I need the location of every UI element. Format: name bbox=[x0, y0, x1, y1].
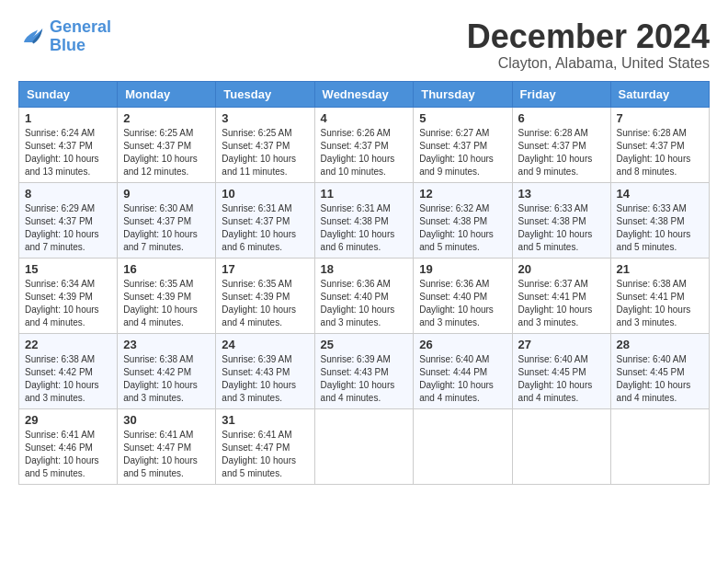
day-number: 29 bbox=[25, 413, 111, 427]
calendar-day-cell: 1 Sunrise: 6:24 AMSunset: 4:37 PMDayligh… bbox=[19, 107, 118, 182]
calendar-day-cell: 26 Sunrise: 6:40 AMSunset: 4:44 PMDaylig… bbox=[414, 333, 512, 408]
calendar-day-cell: 16 Sunrise: 6:35 AMSunset: 4:39 PMDaylig… bbox=[118, 258, 216, 333]
title-area: December 2024 Clayton, Alabama, United S… bbox=[467, 18, 710, 72]
calendar-week-row: 29 Sunrise: 6:41 AMSunset: 4:46 PMDaylig… bbox=[19, 408, 710, 484]
calendar-day-cell: 29 Sunrise: 6:41 AMSunset: 4:46 PMDaylig… bbox=[19, 408, 118, 484]
day-number: 24 bbox=[222, 338, 308, 351]
calendar-day-cell: 27 Sunrise: 6:40 AMSunset: 4:45 PMDaylig… bbox=[512, 333, 610, 408]
calendar-day-cell: 20 Sunrise: 6:37 AMSunset: 4:41 PMDaylig… bbox=[512, 258, 610, 333]
calendar-table: SundayMondayTuesdayWednesdayThursdayFrid… bbox=[18, 81, 710, 485]
calendar-day-cell: 9 Sunrise: 6:30 AMSunset: 4:37 PMDayligh… bbox=[118, 182, 216, 258]
calendar-day-cell bbox=[610, 408, 709, 484]
day-number: 16 bbox=[123, 262, 210, 276]
calendar-week-row: 8 Sunrise: 6:29 AMSunset: 4:37 PMDayligh… bbox=[19, 182, 710, 258]
day-info: Sunrise: 6:38 AMSunset: 4:42 PMDaylight:… bbox=[25, 353, 111, 405]
calendar-day-cell: 2 Sunrise: 6:25 AMSunset: 4:37 PMDayligh… bbox=[118, 107, 216, 182]
day-info: Sunrise: 6:39 AMSunset: 4:43 PMDaylight:… bbox=[321, 353, 408, 405]
day-number: 15 bbox=[25, 262, 111, 276]
calendar-week-row: 15 Sunrise: 6:34 AMSunset: 4:39 PMDaylig… bbox=[19, 258, 710, 333]
weekday-header: Saturday bbox=[610, 81, 709, 107]
day-number: 12 bbox=[419, 187, 506, 201]
calendar-day-cell: 8 Sunrise: 6:29 AMSunset: 4:37 PMDayligh… bbox=[19, 182, 118, 258]
day-number: 14 bbox=[617, 187, 703, 201]
logo: General Blue bbox=[18, 18, 111, 55]
calendar-day-cell: 28 Sunrise: 6:40 AMSunset: 4:45 PMDaylig… bbox=[610, 333, 709, 408]
day-number: 18 bbox=[321, 262, 408, 276]
day-info: Sunrise: 6:25 AMSunset: 4:37 PMDaylight:… bbox=[222, 127, 308, 178]
day-info: Sunrise: 6:29 AMSunset: 4:37 PMDaylight:… bbox=[25, 202, 111, 254]
day-number: 10 bbox=[222, 187, 308, 201]
calendar-week-row: 1 Sunrise: 6:24 AMSunset: 4:37 PMDayligh… bbox=[19, 107, 710, 182]
month-title: December 2024 bbox=[467, 18, 710, 55]
day-info: Sunrise: 6:28 AMSunset: 4:37 PMDaylight:… bbox=[518, 127, 605, 178]
day-number: 3 bbox=[222, 111, 308, 125]
day-number: 9 bbox=[123, 187, 210, 201]
day-info: Sunrise: 6:35 AMSunset: 4:39 PMDaylight:… bbox=[123, 278, 210, 329]
weekday-header: Tuesday bbox=[216, 81, 314, 107]
calendar-day-cell bbox=[512, 408, 610, 484]
calendar-day-cell: 13 Sunrise: 6:33 AMSunset: 4:38 PMDaylig… bbox=[512, 182, 610, 258]
day-info: Sunrise: 6:41 AMSunset: 4:47 PMDaylight:… bbox=[222, 429, 308, 480]
page-header: General Blue December 2024 Clayton, Alab… bbox=[18, 18, 710, 72]
calendar-day-cell: 7 Sunrise: 6:28 AMSunset: 4:37 PMDayligh… bbox=[610, 107, 709, 182]
day-number: 1 bbox=[25, 111, 111, 125]
calendar-day-cell: 23 Sunrise: 6:38 AMSunset: 4:42 PMDaylig… bbox=[118, 333, 216, 408]
calendar-day-cell: 19 Sunrise: 6:36 AMSunset: 4:40 PMDaylig… bbox=[414, 258, 512, 333]
weekday-header: Sunday bbox=[19, 81, 118, 107]
day-info: Sunrise: 6:33 AMSunset: 4:38 PMDaylight:… bbox=[617, 202, 703, 254]
day-info: Sunrise: 6:36 AMSunset: 4:40 PMDaylight:… bbox=[321, 278, 408, 329]
day-number: 2 bbox=[123, 111, 210, 125]
day-number: 13 bbox=[518, 187, 605, 201]
calendar-day-cell: 22 Sunrise: 6:38 AMSunset: 4:42 PMDaylig… bbox=[19, 333, 118, 408]
day-number: 17 bbox=[222, 262, 308, 276]
day-number: 7 bbox=[617, 111, 703, 125]
day-info: Sunrise: 6:36 AMSunset: 4:40 PMDaylight:… bbox=[419, 278, 506, 329]
day-info: Sunrise: 6:24 AMSunset: 4:37 PMDaylight:… bbox=[25, 127, 111, 178]
calendar-day-cell: 10 Sunrise: 6:31 AMSunset: 4:37 PMDaylig… bbox=[216, 182, 314, 258]
calendar-day-cell: 24 Sunrise: 6:39 AMSunset: 4:43 PMDaylig… bbox=[216, 333, 314, 408]
weekday-header: Wednesday bbox=[314, 81, 414, 107]
calendar-day-cell: 3 Sunrise: 6:25 AMSunset: 4:37 PMDayligh… bbox=[216, 107, 314, 182]
calendar-day-cell: 12 Sunrise: 6:32 AMSunset: 4:38 PMDaylig… bbox=[414, 182, 512, 258]
day-number: 31 bbox=[222, 413, 308, 427]
day-info: Sunrise: 6:26 AMSunset: 4:37 PMDaylight:… bbox=[321, 127, 408, 178]
day-info: Sunrise: 6:40 AMSunset: 4:45 PMDaylight:… bbox=[518, 353, 605, 405]
day-info: Sunrise: 6:40 AMSunset: 4:44 PMDaylight:… bbox=[419, 353, 506, 405]
calendar-day-cell: 17 Sunrise: 6:35 AMSunset: 4:39 PMDaylig… bbox=[216, 258, 314, 333]
weekday-header: Thursday bbox=[414, 81, 512, 107]
day-number: 27 bbox=[518, 338, 605, 351]
day-info: Sunrise: 6:34 AMSunset: 4:39 PMDaylight:… bbox=[25, 278, 111, 329]
logo-icon bbox=[18, 23, 46, 51]
calendar-day-cell: 25 Sunrise: 6:39 AMSunset: 4:43 PMDaylig… bbox=[314, 333, 414, 408]
calendar-day-cell: 14 Sunrise: 6:33 AMSunset: 4:38 PMDaylig… bbox=[610, 182, 709, 258]
weekday-header: Monday bbox=[118, 81, 216, 107]
calendar-day-cell bbox=[414, 408, 512, 484]
day-info: Sunrise: 6:30 AMSunset: 4:37 PMDaylight:… bbox=[123, 202, 210, 254]
day-info: Sunrise: 6:25 AMSunset: 4:37 PMDaylight:… bbox=[123, 127, 210, 178]
day-info: Sunrise: 6:38 AMSunset: 4:42 PMDaylight:… bbox=[123, 353, 210, 405]
day-info: Sunrise: 6:28 AMSunset: 4:37 PMDaylight:… bbox=[617, 127, 703, 178]
day-number: 23 bbox=[123, 338, 210, 351]
day-number: 20 bbox=[518, 262, 605, 276]
weekday-header: Friday bbox=[512, 81, 610, 107]
day-info: Sunrise: 6:38 AMSunset: 4:41 PMDaylight:… bbox=[617, 278, 703, 329]
calendar-header-row: SundayMondayTuesdayWednesdayThursdayFrid… bbox=[19, 81, 710, 107]
day-info: Sunrise: 6:31 AMSunset: 4:38 PMDaylight:… bbox=[321, 202, 408, 254]
day-info: Sunrise: 6:37 AMSunset: 4:41 PMDaylight:… bbox=[518, 278, 605, 329]
calendar-day-cell: 31 Sunrise: 6:41 AMSunset: 4:47 PMDaylig… bbox=[216, 408, 314, 484]
logo-text: General Blue bbox=[50, 18, 111, 55]
day-number: 21 bbox=[617, 262, 703, 276]
calendar-day-cell: 4 Sunrise: 6:26 AMSunset: 4:37 PMDayligh… bbox=[314, 107, 414, 182]
day-info: Sunrise: 6:41 AMSunset: 4:46 PMDaylight:… bbox=[25, 429, 111, 480]
day-info: Sunrise: 6:32 AMSunset: 4:38 PMDaylight:… bbox=[419, 202, 506, 254]
calendar-day-cell: 6 Sunrise: 6:28 AMSunset: 4:37 PMDayligh… bbox=[512, 107, 610, 182]
day-number: 8 bbox=[25, 187, 111, 201]
calendar-day-cell: 21 Sunrise: 6:38 AMSunset: 4:41 PMDaylig… bbox=[610, 258, 709, 333]
day-number: 30 bbox=[123, 413, 210, 427]
calendar-day-cell: 5 Sunrise: 6:27 AMSunset: 4:37 PMDayligh… bbox=[414, 107, 512, 182]
calendar-day-cell: 11 Sunrise: 6:31 AMSunset: 4:38 PMDaylig… bbox=[314, 182, 414, 258]
day-number: 4 bbox=[321, 111, 408, 125]
day-number: 26 bbox=[419, 338, 506, 351]
day-info: Sunrise: 6:33 AMSunset: 4:38 PMDaylight:… bbox=[518, 202, 605, 254]
day-number: 25 bbox=[321, 338, 408, 351]
